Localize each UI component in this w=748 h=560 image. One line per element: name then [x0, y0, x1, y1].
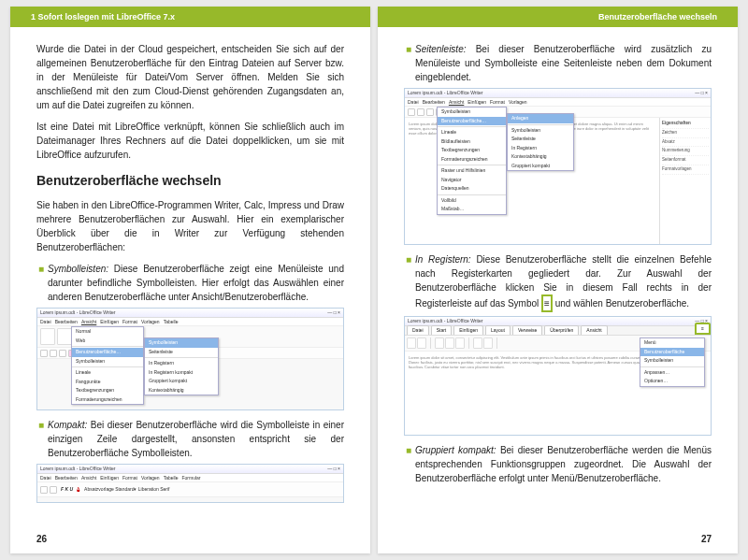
ribbon-button[interactable]: [483, 337, 493, 349]
dropdown-item[interactable]: Benutzeroberfläche: [640, 348, 704, 357]
dropdown-item[interactable]: Lineale: [438, 128, 506, 137]
menu-item[interactable]: Bearbeiten: [55, 475, 78, 481]
window-title: Lorem ipsum.odt - LibreOffice Writer: [40, 466, 115, 473]
dropdown-item[interactable]: Seitenleiste: [508, 135, 573, 144]
dropdown-item[interactable]: In Registern: [508, 144, 573, 153]
menu-item[interactable]: Einfügen: [100, 475, 119, 481]
toolbar-button[interactable]: [59, 350, 66, 357]
left-content: Wurde die Datei in der Cloud gespeichert…: [10, 27, 370, 553]
dropdown-item[interactable]: Optionen…: [640, 377, 704, 386]
ribbon-button[interactable]: [407, 337, 416, 349]
toolbar-button[interactable]: [40, 350, 48, 357]
ribbon-button[interactable]: [455, 337, 465, 349]
dropdown-item[interactable]: Symbolleisten: [145, 338, 218, 348]
dropdown-item[interactable]: Kontextabhängig: [508, 152, 573, 162]
toolbar-button[interactable]: [426, 108, 434, 116]
toolbar-button[interactable]: [57, 328, 72, 345]
toolbar-button[interactable]: [417, 108, 424, 116]
ui-submenu-dropdown[interactable]: Anlegen Symbolleisten Seitenleiste In Re…: [507, 113, 574, 171]
toolbar-button[interactable]: [408, 108, 415, 116]
ribbon-button[interactable]: [445, 337, 454, 349]
menu-item[interactable]: Ansicht: [81, 319, 96, 324]
menu-item[interactable]: Format: [490, 99, 505, 105]
ribbon-button[interactable]: [473, 337, 482, 349]
menu-item[interactable]: Vorlagen: [141, 319, 160, 324]
sidebar-item[interactable]: Seitenformat: [662, 156, 709, 165]
toolbar-button[interactable]: [40, 328, 55, 345]
tab[interactable]: Datei: [407, 325, 429, 336]
dropdown-item[interactable]: Benutzeroberfläche…: [438, 117, 506, 126]
menu-item[interactable]: Tabelle: [164, 475, 179, 481]
dropdown-item[interactable]: Gruppiert kompakt: [145, 377, 218, 386]
view-menu-dropdown[interactable]: Normal Web Benutzeroberfläche… Symbollei…: [71, 326, 144, 405]
dropdown-item[interactable]: Symbolleisten: [72, 357, 143, 366]
sidebar-item[interactable]: Formatvorlagen: [662, 165, 709, 175]
menu-item[interactable]: Datei: [408, 99, 419, 105]
bullet-text: Seitenleiste: Bei dieser Benutzeroberflä…: [415, 42, 712, 84]
dropdown-item[interactable]: Normal: [72, 327, 143, 337]
menu-item[interactable]: Vorlagen: [509, 99, 527, 105]
dropdown-item[interactable]: Symbolleisten: [640, 356, 704, 366]
sidebar-item[interactable]: Absatz: [662, 138, 709, 148]
dropdown-item[interactable]: Fangpunkte: [72, 378, 143, 387]
tab[interactable]: Einfügen: [453, 325, 483, 336]
sidebar-item[interactable]: Nummerierung: [662, 147, 709, 156]
menu-item[interactable]: Format: [122, 319, 137, 324]
tab[interactable]: Verweise: [512, 325, 542, 336]
style-selector[interactable]: Absatzvorlage Standard▾ Liberation Serif: [84, 486, 169, 494]
tab[interactable]: Start: [431, 325, 453, 336]
menu-item[interactable]: Format: [122, 475, 137, 481]
tab[interactable]: Layout: [485, 325, 511, 336]
dropdown-item[interactable]: Formatierungszeichen: [72, 395, 143, 405]
toolbar-button[interactable]: [40, 486, 48, 494]
menu-item[interactable]: Vorlagen: [141, 475, 160, 481]
toolbar-button[interactable]: [50, 350, 57, 357]
bullet-marker-icon: ■: [406, 443, 415, 485]
hamburger-icon[interactable]: ≡: [695, 323, 711, 336]
dropdown-item[interactable]: Anlegen: [508, 114, 573, 123]
dropdown-item[interactable]: Bildlaufleisten: [438, 137, 506, 147]
dropdown-item[interactable]: Gruppiert kompakt: [508, 162, 573, 171]
dropdown-item[interactable]: Symbolleisten: [438, 108, 506, 117]
bullet-term: Seitenleiste:: [415, 44, 466, 54]
dropdown-item[interactable]: In Registern kompakt: [145, 368, 218, 378]
dropdown-item[interactable]: Raster und Hilfslinien: [438, 166, 506, 176]
dropdown-item[interactable]: Vollbild: [438, 196, 506, 206]
dropdown-item[interactable]: Symbolleisten: [508, 126, 573, 136]
dropdown-item[interactable]: In Registern: [145, 359, 218, 368]
menu-item[interactable]: Formular: [181, 475, 200, 481]
view-menu-dropdown[interactable]: Symbolleisten Benutzeroberfläche… Lineal…: [437, 107, 507, 215]
dropdown-item[interactable]: Maßstab…: [438, 205, 506, 214]
dropdown-item[interactable]: Textbegrenzungen: [72, 386, 143, 395]
menu-item[interactable]: Einfügen: [468, 99, 486, 105]
dropdown-item[interactable]: Formatierungszeichen: [438, 155, 506, 165]
sidebar-item[interactable]: Zeichen: [662, 129, 709, 138]
bullet-term: In Registern:: [415, 254, 471, 265]
ribbon-button[interactable]: [435, 337, 444, 349]
menu-item[interactable]: Bearbeiten: [55, 319, 78, 324]
dropdown-item[interactable]: Datenquellen: [438, 184, 506, 194]
hamburger-dropdown[interactable]: Menü Benutzeroberfläche Symbolleisten An…: [640, 337, 705, 387]
menu-item[interactable]: Einfügen: [100, 319, 119, 324]
toolbar-button[interactable]: [50, 486, 57, 494]
dropdown-item[interactable]: Benutzeroberfläche…: [72, 348, 143, 357]
menu-item[interactable]: Bearbeiten: [423, 99, 445, 105]
dropdown-item[interactable]: Anpassen…: [640, 368, 704, 378]
dropdown-item[interactable]: Kontextabhängig: [145, 386, 218, 395]
dropdown-item[interactable]: Menü: [640, 338, 704, 348]
menu-item[interactable]: Datei: [40, 475, 51, 481]
compact-toolbar: F K U A̲ Absatzvorlage Standard▾ Liberat…: [37, 482, 343, 497]
tab[interactable]: Überprüfen: [544, 325, 579, 336]
menu-item[interactable]: Ansicht: [449, 99, 464, 105]
tab[interactable]: Ansicht: [581, 325, 607, 336]
ui-submenu-dropdown[interactable]: Symbolleisten Seitenleiste In Registern …: [144, 337, 219, 395]
dropdown-item[interactable]: Web: [72, 337, 143, 346]
menu-item[interactable]: Datei: [40, 319, 51, 324]
dropdown-item[interactable]: Textbegrenzungen: [438, 146, 506, 155]
dropdown-item[interactable]: Navigator: [438, 176, 506, 185]
menu-item[interactable]: Tabelle: [164, 319, 179, 324]
ribbon-button[interactable]: [417, 337, 426, 349]
menu-item[interactable]: Ansicht: [81, 475, 96, 481]
dropdown-item[interactable]: Seitenleiste: [145, 348, 218, 357]
dropdown-item[interactable]: Lineale: [72, 368, 143, 378]
